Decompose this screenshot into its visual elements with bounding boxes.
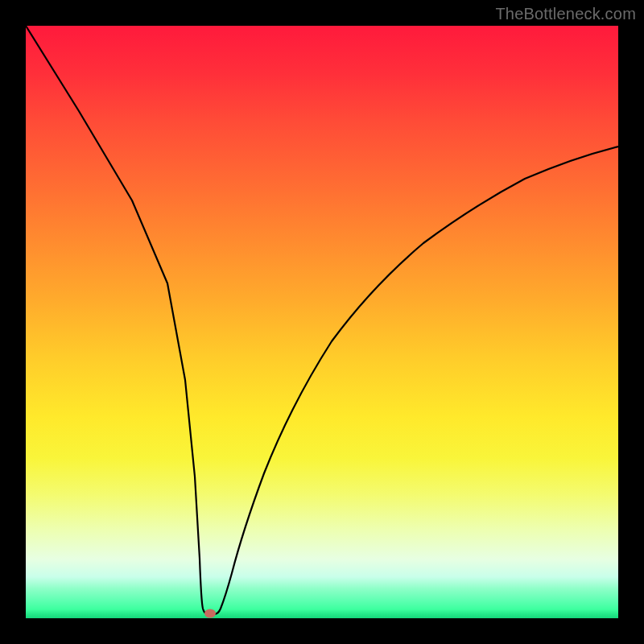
curve-min-marker [204, 609, 216, 618]
chart-frame: TheBottleneck.com [0, 0, 644, 644]
bottleneck-curve-path [26, 26, 618, 614]
curve-svg [26, 26, 618, 618]
plot-area [26, 26, 618, 618]
watermark-text: TheBottleneck.com [495, 5, 636, 23]
